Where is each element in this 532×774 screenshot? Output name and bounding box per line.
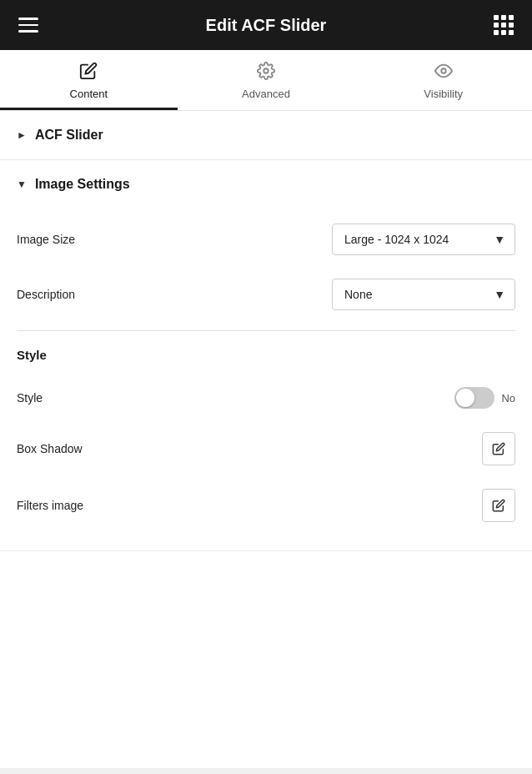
description-select[interactable]: None Caption Alt Text Description [332, 279, 515, 310]
tab-content[interactable]: Content [0, 50, 178, 110]
pencil-icon [79, 62, 98, 83]
description-label: Description [17, 288, 75, 301]
box-shadow-row: Box Shadow [17, 420, 515, 477]
acf-slider-title: ACF Slider [35, 128, 103, 143]
description-row: Description None Caption Alt Text Descri… [17, 267, 515, 322]
image-settings-title: Image Settings [35, 177, 130, 192]
style-subsection: Style Style No Box Shadow [17, 339, 515, 534]
gear-icon [257, 62, 275, 83]
filters-image-pencil-icon [492, 499, 505, 512]
header: Edit ACF Slider [0, 0, 532, 50]
filters-image-edit-button[interactable] [482, 489, 515, 522]
style-group-title: Style [17, 348, 515, 362]
toggle-thumb [456, 389, 474, 407]
description-select-wrapper: None Caption Alt Text Description ▼ [332, 279, 515, 310]
grid-menu-button[interactable] [489, 10, 519, 40]
content-area: ► ACF Slider ▼ Image Settings Image Size… [0, 111, 532, 768]
toggle-off-text: No [501, 392, 515, 405]
filters-image-label: Filters image [17, 499, 83, 512]
image-size-label: Image Size [17, 233, 75, 246]
image-settings-header[interactable]: ▼ Image Settings [17, 177, 515, 192]
box-shadow-edit-button[interactable] [482, 432, 515, 465]
style-toggle-label: Style [17, 391, 43, 405]
chevron-right-icon: ► [17, 129, 27, 141]
tab-advanced[interactable]: Advanced [178, 50, 355, 110]
tab-content-label: Content [70, 88, 108, 100]
style-toggle-row: Style No [17, 375, 515, 420]
box-shadow-label: Box Shadow [17, 442, 83, 455]
image-size-select-wrapper: Large - 1024 x 1024 Medium - 300 x 300 T… [332, 224, 515, 255]
page-title: Edit ACF Slider [206, 16, 327, 35]
tab-visibility[interactable]: Visibility [354, 50, 532, 110]
hamburger-menu-button[interactable] [13, 10, 43, 40]
style-toggle[interactable] [454, 387, 494, 409]
tab-advanced-label: Advanced [242, 88, 290, 100]
filters-image-row: Filters image [17, 477, 515, 534]
image-settings-section: ▼ Image Settings Image Size Large - 1024… [0, 160, 532, 551]
acf-slider-section-header[interactable]: ► ACF Slider [17, 128, 515, 143]
eye-icon [434, 62, 453, 83]
image-size-select[interactable]: Large - 1024 x 1024 Medium - 300 x 300 T… [332, 224, 515, 255]
svg-point-1 [441, 68, 446, 73]
style-toggle-container: No [454, 387, 515, 409]
acf-slider-section: ► ACF Slider [0, 111, 532, 160]
image-size-row: Image Size Large - 1024 x 1024 Medium - … [17, 212, 515, 267]
divider [17, 330, 515, 331]
box-shadow-pencil-icon [492, 442, 505, 455]
tabs-bar: Content Advanced Visibility [0, 50, 532, 111]
chevron-down-icon: ▼ [17, 178, 27, 190]
svg-point-0 [263, 68, 269, 73]
tab-visibility-label: Visibility [424, 88, 463, 100]
